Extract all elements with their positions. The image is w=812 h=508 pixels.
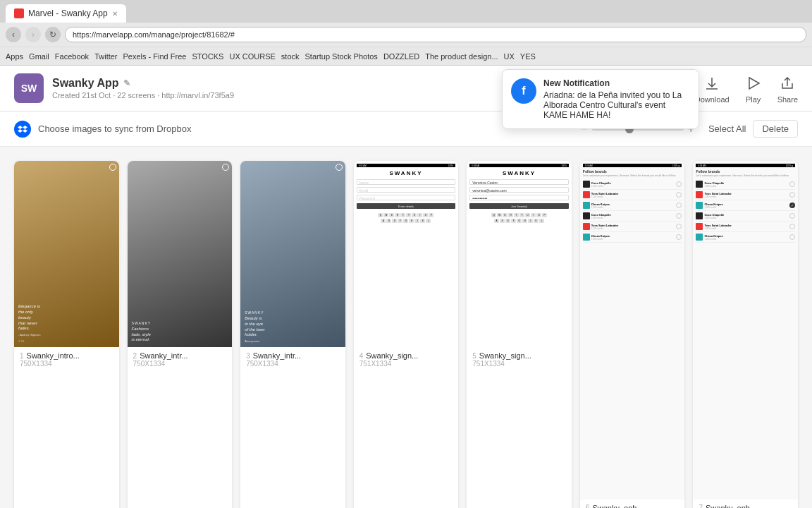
screen-size-5: 751X1334 — [472, 360, 566, 368]
bookmark-ux2[interactable]: UX — [504, 52, 515, 61]
tab-bar: Marvel - Swanky App ✕ — [0, 0, 812, 23]
forward-button[interactable]: › — [25, 27, 41, 42]
screen-card-1[interactable]: Elegance isthe onlybeautythat neverfades… — [14, 161, 119, 508]
bookmark-stock[interactable]: stock — [281, 52, 300, 61]
notification-title: New Notification — [543, 78, 690, 88]
screen-name-1: Swanky_intro... — [27, 351, 80, 360]
screen-info-5: 5 Swanky_sign... 751X1334 — [467, 347, 572, 372]
share-button[interactable]: Share — [777, 73, 798, 104]
active-tab[interactable]: Marvel - Swanky App ✕ — [6, 4, 126, 23]
screen-name-5: Swanky_sign... — [479, 351, 531, 360]
edit-name-icon[interactable]: ✎ — [123, 78, 130, 88]
screen-name-4: Swanky_sign... — [366, 351, 418, 360]
play-label: Play — [746, 95, 761, 104]
bookmark-facebook[interactable]: Facebook — [55, 52, 89, 61]
screen-card-5[interactable]: 6:08 AM 100% SWANKY Veronica Castro vero… — [467, 161, 572, 508]
share-label: Share — [777, 95, 798, 104]
browser-chrome: Marvel - Swanky App ✕ ‹ › ↻ Apps Gmail F… — [0, 0, 812, 66]
screen-number-7: 7 — [699, 504, 703, 508]
download-button[interactable]: Download — [695, 73, 730, 104]
screen-info-6: 6 Swanky_onb... 751X2425 — [580, 500, 685, 508]
screen-card-6[interactable]: 6:08 AM 100% ■ Follow brands Let's custo… — [580, 161, 685, 508]
bookmark-stocks[interactable]: STOCKS — [192, 52, 223, 61]
screen-name-7: Swanky_onb... — [706, 504, 756, 508]
bookmarks-bar: Apps Gmail Facebook Twitter Pexels - Fin… — [0, 47, 812, 65]
screen-preview-6: 6:08 AM 100% ■ Follow brands Let's custo… — [580, 161, 685, 500]
screen-name-6: Swanky_onb... — [592, 504, 643, 508]
screen-info-2: 2 Swanky_intr... 750X1334 — [128, 347, 233, 372]
screen-name-2: Swanky_intr... — [140, 351, 187, 360]
screen-preview-7: 6:08 AM 100% ■ Follow brands Let's custo… — [693, 161, 798, 500]
screen-number-4: 4 — [359, 352, 364, 360]
screen-info-7: 7 Swanky_onb... 751X2425 — [693, 500, 798, 508]
bookmark-pexels[interactable]: Pexels - Find Free — [123, 52, 187, 61]
bookmark-apps[interactable]: Apps — [6, 52, 23, 61]
notification-body: Ariadna: de la Peña invited you to La Al… — [543, 90, 690, 120]
screen-info-1: 1 Swanky_intro... 750X1334 — [14, 347, 119, 372]
screen-preview-4: 9:03 AM 100% SWANKY Name Email Password … — [354, 161, 459, 347]
play-icon — [744, 73, 763, 93]
screen-preview-5: 6:08 AM 100% SWANKY Veronica Castro vero… — [467, 161, 572, 347]
screen-card-4[interactable]: 9:03 AM 100% SWANKY Name Email Password … — [354, 161, 459, 508]
app-header: SW Swanky App ✎ Created 21st Oct · 22 sc… — [0, 66, 812, 111]
app-name-text: Swanky App — [52, 77, 119, 90]
delete-button[interactable]: Delete — [753, 120, 798, 138]
screen-card-3[interactable]: SWANKY Beauty isin the eyeof the beerhol… — [240, 161, 345, 508]
dropbox-icon — [14, 121, 31, 138]
download-label: Download — [695, 95, 730, 104]
svg-marker-4 — [749, 78, 759, 89]
tab-label: Marvel - Swanky App — [28, 8, 108, 18]
bookmark-twitter[interactable]: Twitter — [94, 52, 117, 61]
screen-preview-1: Elegance isthe onlybeautythat neverfades… — [14, 161, 119, 347]
bookmark-dozzled[interactable]: DOZZLED — [383, 52, 419, 61]
dropbox-sync-label[interactable]: Choose images to sync from Dropbox — [38, 123, 191, 134]
screen-number-6: 6 — [586, 504, 590, 508]
screen-size-3: 750X1334 — [246, 360, 340, 368]
tab-close-btn[interactable]: ✕ — [112, 10, 118, 18]
download-icon — [702, 73, 722, 93]
notification-content: New Notification Ariadna: de la Peña inv… — [543, 78, 690, 120]
screens-grid-row1: Elegance isthe onlybeautythat neverfades… — [14, 161, 798, 508]
app-logo: SW — [14, 73, 44, 103]
screen-preview-2: SWANKY Fashionsfade, styleis eternal. — [128, 161, 233, 347]
play-button[interactable]: Play — [744, 73, 763, 104]
tab-favicon — [14, 8, 24, 18]
notification-icon: f — [511, 78, 536, 104]
reload-button[interactable]: ↻ — [45, 27, 61, 42]
screen-preview-3: SWANKY Beauty isin the eyeof the beerhol… — [240, 161, 345, 347]
screen-number-3: 3 — [246, 352, 250, 360]
bookmark-product[interactable]: The product design... — [425, 52, 498, 61]
screen-name-3: Swanky_intr... — [253, 351, 301, 360]
bookmark-yes[interactable]: YES — [520, 52, 536, 61]
address-bar: ‹ › ↻ — [0, 23, 812, 47]
screen-info-3: 3 Swanky_intr... 750X1334 — [240, 347, 345, 372]
bookmark-startup[interactable]: Startup Stock Photos — [305, 52, 378, 61]
address-input[interactable] — [65, 27, 806, 42]
screen-card-7[interactable]: 6:08 AM 100% ■ Follow brands Let's custo… — [693, 161, 798, 508]
screen-number-1: 1 — [20, 352, 24, 360]
back-button[interactable]: ‹ — [6, 27, 21, 42]
screen-size-2: 750X1334 — [133, 360, 227, 368]
bookmark-ux[interactable]: UX COURSE — [229, 52, 275, 61]
share-icon — [777, 73, 797, 93]
select-all-button[interactable]: Select All — [708, 123, 746, 134]
notification-popup: f New Notification Ariadna: de la Peña i… — [502, 69, 699, 129]
screen-size-4: 751X1334 — [359, 360, 453, 368]
grid-area: Elegance isthe onlybeautythat neverfades… — [0, 147, 812, 508]
screen-card-2[interactable]: SWANKY Fashionsfade, styleis eternal. 2 … — [128, 161, 233, 508]
screen-number-2: 2 — [133, 352, 137, 360]
screen-number-5: 5 — [472, 352, 476, 360]
bookmark-gmail[interactable]: Gmail — [29, 52, 49, 61]
screen-info-4: 4 Swanky_sign... 751X1334 — [354, 347, 459, 372]
screen-size-1: 750X1334 — [20, 360, 113, 368]
app-area: SW Swanky App ✎ Created 21st Oct · 22 sc… — [0, 66, 812, 508]
